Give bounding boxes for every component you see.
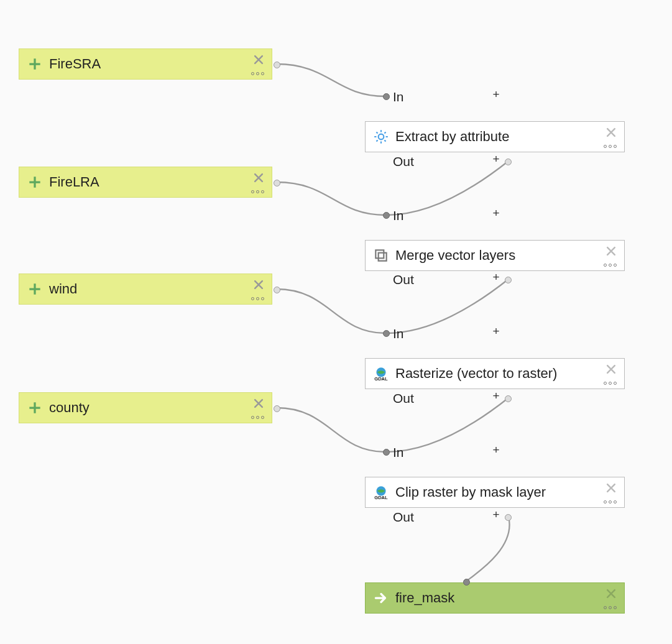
- add-input-button[interactable]: +: [491, 327, 501, 337]
- edge-county-to-clip: [277, 408, 385, 452]
- more-icon[interactable]: [251, 190, 264, 193]
- close-icon[interactable]: [252, 53, 265, 67]
- gdal-icon: GDAL: [373, 366, 389, 382]
- port-out-extract: Out: [393, 154, 419, 169]
- input-label: FireLRA: [49, 174, 264, 190]
- input-port[interactable]: [383, 212, 390, 219]
- plus-icon: [27, 400, 43, 416]
- svg-text:GDAL: GDAL: [374, 495, 388, 500]
- output-port[interactable]: [274, 287, 280, 293]
- add-output-button[interactable]: +: [491, 273, 501, 283]
- input-node-firesra[interactable]: FireSRA: [19, 48, 272, 80]
- add-input-button[interactable]: +: [491, 446, 501, 456]
- close-icon[interactable]: [252, 171, 265, 185]
- add-input-button[interactable]: +: [491, 90, 501, 100]
- port-in-merge: In: [393, 208, 409, 223]
- input-label: FireSRA: [49, 56, 264, 72]
- output-port[interactable]: [505, 395, 512, 402]
- input-label: county: [49, 400, 264, 416]
- edge-lra-to-merge: [277, 182, 385, 215]
- more-icon[interactable]: [604, 500, 617, 504]
- alg-node-clip-raster[interactable]: GDAL Clip raster by mask layer: [365, 477, 625, 508]
- output-port[interactable]: [505, 159, 512, 165]
- svg-point-0: [379, 134, 384, 140]
- edge-rasterize-to-clip: [387, 398, 509, 452]
- close-icon[interactable]: [604, 481, 618, 495]
- close-icon[interactable]: [604, 362, 618, 376]
- edge-wind-to-rasterize: [277, 289, 385, 333]
- input-port[interactable]: [383, 330, 390, 337]
- svg-rect-1: [375, 250, 384, 258]
- add-input-button[interactable]: +: [491, 209, 501, 219]
- output-port[interactable]: [274, 405, 280, 412]
- more-icon[interactable]: [604, 264, 617, 267]
- input-node-county[interactable]: county: [19, 392, 272, 423]
- more-icon[interactable]: [604, 145, 617, 148]
- edge-sra-to-extract: [277, 64, 385, 96]
- gear-icon: [373, 129, 389, 145]
- input-port[interactable]: [463, 579, 470, 586]
- connections-layer: [0, 0, 672, 644]
- more-icon[interactable]: [251, 72, 264, 75]
- edge-clip-to-firemask: [466, 517, 510, 581]
- alg-node-extract-by-attribute[interactable]: Extract by attribute: [365, 121, 625, 152]
- add-output-button[interactable]: +: [491, 392, 501, 402]
- input-node-wind[interactable]: wind: [19, 274, 272, 305]
- port-out-merge: Out: [393, 272, 419, 287]
- port-out-rasterize: Out: [393, 391, 419, 406]
- add-output-button[interactable]: +: [491, 510, 501, 520]
- output-port[interactable]: [505, 277, 512, 283]
- alg-node-merge-vector-layers[interactable]: Merge vector layers: [365, 240, 625, 271]
- input-port[interactable]: [383, 93, 390, 100]
- close-icon[interactable]: [252, 397, 265, 410]
- close-icon[interactable]: [252, 278, 265, 292]
- plus-icon: [27, 56, 43, 72]
- close-icon[interactable]: [604, 587, 618, 600]
- output-label: fire_mask: [395, 590, 617, 606]
- output-port[interactable]: [274, 62, 280, 68]
- port-out-clip: Out: [393, 510, 419, 525]
- edge-extract-to-merge: [387, 161, 509, 215]
- svg-rect-2: [379, 253, 387, 261]
- alg-label: Extract by attribute: [395, 129, 617, 145]
- close-icon[interactable]: [604, 244, 618, 258]
- output-node-fire-mask[interactable]: fire_mask: [365, 582, 625, 614]
- input-node-firelra[interactable]: FireLRA: [19, 167, 272, 198]
- gdal-icon: GDAL: [373, 484, 389, 500]
- alg-node-rasterize[interactable]: GDAL Rasterize (vector to raster): [365, 358, 625, 389]
- alg-label: Rasterize (vector to raster): [395, 366, 617, 382]
- input-port[interactable]: [383, 449, 390, 456]
- svg-text:GDAL: GDAL: [374, 376, 388, 382]
- output-port[interactable]: [505, 514, 512, 521]
- more-icon[interactable]: [251, 416, 264, 419]
- plus-icon: [27, 281, 43, 297]
- more-icon[interactable]: [604, 382, 617, 385]
- port-in-rasterize: In: [393, 326, 409, 341]
- edge-merge-to-rasterize: [387, 279, 509, 333]
- input-label: wind: [49, 281, 264, 297]
- alg-label: Clip raster by mask layer: [395, 484, 617, 500]
- alg-label: Merge vector layers: [395, 247, 617, 264]
- port-in-extract: In: [393, 90, 409, 104]
- stack-icon: [373, 247, 389, 264]
- add-output-button[interactable]: +: [491, 155, 501, 165]
- output-port[interactable]: [274, 180, 280, 186]
- plus-icon: [27, 174, 43, 190]
- more-icon[interactable]: [604, 606, 617, 609]
- arrow-right-icon: [373, 590, 389, 606]
- more-icon[interactable]: [251, 297, 264, 300]
- port-in-clip: In: [393, 445, 409, 460]
- close-icon[interactable]: [604, 126, 618, 139]
